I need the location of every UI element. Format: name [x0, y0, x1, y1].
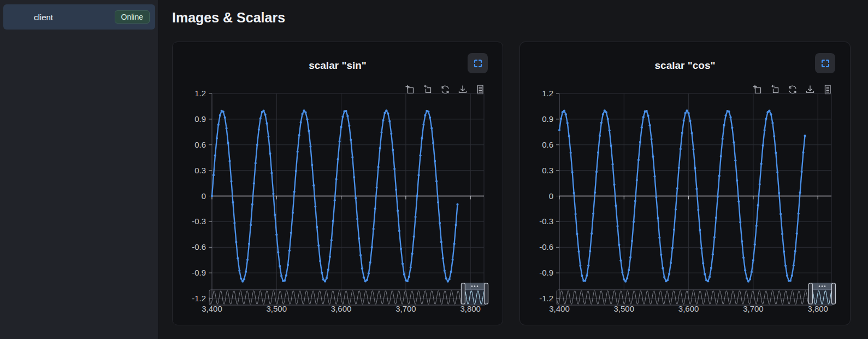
- svg-text:1.2: 1.2: [542, 89, 553, 98]
- datazoom-handle-left[interactable]: [461, 283, 465, 304]
- svg-text:1.2: 1.2: [194, 89, 206, 98]
- svg-text:3,500: 3,500: [614, 304, 635, 313]
- svg-text:3,400: 3,400: [202, 304, 222, 313]
- svg-text:0.6: 0.6: [542, 140, 553, 149]
- fullscreen-expand-icon: [820, 58, 831, 69]
- svg-text:3,600: 3,600: [678, 304, 699, 313]
- card-scalar-cos: scalar "cos": [519, 42, 851, 325]
- svg-text:3,500: 3,500: [267, 304, 287, 313]
- line-chart-cos[interactable]: 1.20.90.60.30-0.3-0.6-0.9-1.23,4003,5003…: [520, 86, 851, 315]
- fullscreen-button[interactable]: [468, 53, 488, 73]
- svg-text:3,700: 3,700: [395, 304, 416, 313]
- y-axis: 1.20.90.60.30-0.3-0.6-0.9-1.2: [539, 89, 559, 303]
- sidebar: client Online: [0, 0, 159, 339]
- svg-text:-0.9: -0.9: [539, 268, 553, 277]
- svg-text:3,800: 3,800: [460, 304, 481, 313]
- svg-text:-1.2: -1.2: [539, 294, 553, 303]
- svg-text:0.3: 0.3: [194, 166, 206, 175]
- datazoom-handle-left[interactable]: [808, 283, 812, 304]
- svg-text:0: 0: [549, 191, 553, 201]
- page-title: Images & Scalars: [172, 8, 868, 27]
- x-axis-zero-line: [559, 196, 831, 200]
- svg-text:-0.6: -0.6: [539, 242, 553, 252]
- svg-text:-0.6: -0.6: [192, 242, 206, 252]
- svg-text:-0.9: -0.9: [192, 268, 206, 277]
- svg-text:3,400: 3,400: [549, 304, 570, 313]
- sidebar-item-client[interactable]: client Online: [3, 4, 155, 30]
- datazoom-handle-right[interactable]: [485, 283, 488, 304]
- x-axis-labels: 3,4003,5003,6003,7003,800: [549, 304, 828, 313]
- fullscreen-expand-icon: [473, 58, 483, 69]
- client-label: client: [34, 13, 53, 22]
- svg-text:-0.3: -0.3: [539, 217, 553, 226]
- cards-row: scalar "sin": [172, 42, 868, 325]
- x-axis-labels: 3,4003,5003,6003,7003,800: [202, 304, 481, 313]
- svg-text:0.6: 0.6: [194, 140, 206, 149]
- svg-text:0: 0: [202, 191, 206, 201]
- chart-title: scalar "cos": [520, 60, 850, 72]
- y-axis: 1.20.90.60.30-0.3-0.6-0.9-1.2: [192, 89, 212, 303]
- svg-text:-1.2: -1.2: [192, 294, 206, 303]
- svg-text:0.9: 0.9: [542, 114, 553, 124]
- chart-title: scalar "sin": [173, 60, 503, 72]
- svg-text:0.9: 0.9: [194, 114, 206, 124]
- move-handle-dots-icon: [471, 285, 479, 287]
- svg-text:3,700: 3,700: [743, 304, 764, 313]
- main-area: Images & Scalars scalar "sin": [159, 0, 868, 339]
- svg-text:0.3: 0.3: [542, 166, 553, 175]
- svg-text:3,800: 3,800: [807, 304, 828, 313]
- status-badge: Online: [115, 10, 150, 24]
- datazoom-slider[interactable]: [209, 283, 488, 305]
- datazoom-handle-right[interactable]: [832, 283, 836, 304]
- move-handle-dots-icon: [819, 285, 826, 287]
- fullscreen-button[interactable]: [815, 53, 835, 73]
- svg-text:3,600: 3,600: [331, 304, 352, 313]
- datazoom-slider[interactable]: [557, 283, 836, 305]
- card-scalar-sin: scalar "sin": [172, 42, 503, 325]
- line-chart-sin[interactable]: 1.20.90.60.30-0.3-0.6-0.9-1.23,4003,5003…: [173, 86, 504, 315]
- svg-text:-0.3: -0.3: [192, 217, 206, 226]
